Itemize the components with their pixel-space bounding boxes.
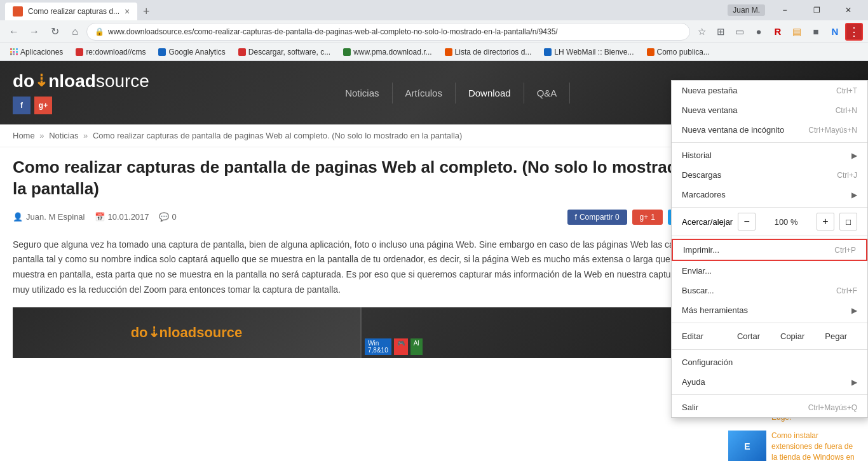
menu-find[interactable]: Buscar... Ctrl+F (672, 281, 867, 300)
gplus-share-icon: g+ (640, 213, 649, 222)
menu-print-shortcut: Ctrl+P (834, 246, 856, 255)
social-gplus-icon[interactable]: g+ (34, 97, 52, 114)
profile-icon[interactable]: ● (750, 23, 768, 41)
author-name: Juan. M Espinal (26, 212, 85, 222)
share-gplus-button[interactable]: g+ 1 (632, 210, 663, 225)
logo-nload: nload (48, 71, 96, 91)
bookmark-analytics[interactable]: Google Analytics (153, 46, 230, 58)
menu-incognito-shortcut: Ctrl+Mayús+N (808, 126, 857, 135)
article-image: do⇣nloadsource Win7,8&10 🎮 Al (13, 307, 715, 358)
menu-paste-button[interactable]: Pegar (815, 328, 857, 344)
menu-quit-label: Salir (682, 403, 808, 412)
forward-button[interactable]: → (25, 23, 43, 41)
menu-help-label: Ayuda (682, 377, 851, 387)
logo-source: source (96, 71, 149, 91)
menu-incognito[interactable]: Nueva ventana de incógnito Ctrl+Mayús+N (672, 120, 867, 140)
breadcrumb-home[interactable]: Home (13, 131, 35, 140)
zoom-plus-button[interactable]: + (817, 213, 834, 230)
menu-bookmarks[interactable]: Marcadores ▶ (672, 185, 867, 204)
logo-arrow: ⇣ (34, 71, 48, 91)
address-bar[interactable]: 🔒 www.downloadsource.es/como-realizar-ca… (86, 23, 690, 41)
bookmark-descargar[interactable]: Descargar, software, c... (233, 46, 336, 58)
bookmark-favicon-5 (445, 48, 452, 56)
share-gplus-count: 1 (651, 213, 655, 222)
bookmarks-bar: Aplicaciones re:download//cms Google Ana… (0, 43, 868, 61)
menu-cut-button[interactable]: Cortar (727, 328, 770, 344)
nav-articulos[interactable]: Artículos (393, 83, 456, 104)
site-logo[interactable]: do ⇣ nload source (13, 71, 149, 91)
toolbar-icons: ☆ ⊞ ▭ ● R ▤ ■ N ⋮ (693, 23, 863, 41)
breadcrumb-section[interactable]: Noticias (49, 131, 78, 140)
cast-icon[interactable]: ▭ (731, 23, 749, 41)
comment-icon: 💬 (159, 212, 169, 222)
menu-more-tools-label: Más herramientas (682, 305, 851, 315)
extension4-icon[interactable]: N (826, 23, 844, 41)
star-icon[interactable]: ☆ (693, 23, 710, 41)
related-link-5: Como instalar extensiones de fuera de la… (771, 431, 855, 461)
menu-settings[interactable]: Configuración (672, 352, 867, 372)
logo-do: do (13, 71, 34, 91)
menu-new-window[interactable]: Nueva ventana Ctrl+N (672, 100, 867, 120)
home-button[interactable]: ⌂ (66, 23, 84, 41)
menu-new-tab[interactable]: Nueva pestaña Ctrl+T (672, 81, 867, 100)
site-nav: Noticias Artículos Download Q&A (332, 83, 570, 104)
fullscreen-button[interactable]: □ (839, 213, 857, 230)
menu-history[interactable]: Historial ▶ (672, 145, 867, 165)
tab-area: Como realizar capturas d... × + (5, 0, 155, 20)
nav-download[interactable]: Download (456, 83, 524, 104)
menu-bookmarks-label: Marcadores (682, 190, 851, 199)
nav-noticias[interactable]: Noticias (332, 83, 392, 104)
browser-tab[interactable]: Como realizar capturas d... × (5, 3, 137, 20)
bookmark-icon[interactable]: ⊞ (712, 23, 729, 41)
context-menu: Nueva pestaña Ctrl+T Nueva ventana Ctrl+… (671, 80, 868, 418)
tab-close-button[interactable]: × (125, 6, 130, 17)
menu-more-tools[interactable]: Más herramientas ▶ (672, 300, 867, 320)
social-facebook-icon[interactable]: f (13, 97, 31, 114)
menu-print[interactable]: Imprimir... Ctrl+P (672, 239, 867, 261)
back-button[interactable]: ← (5, 23, 23, 41)
bookmark-favicon-2 (158, 48, 166, 56)
security-icon: 🔒 (95, 27, 104, 36)
chrome-menu-button[interactable]: ⋮ (845, 23, 863, 41)
new-tab-button[interactable]: + (137, 3, 155, 20)
menu-edit-row: Editar Cortar Copiar Pegar (672, 326, 867, 347)
article-body: Seguro que alguna vez ha tomado una capt… (13, 237, 715, 298)
reload-button[interactable]: ↻ (46, 23, 64, 41)
nav-qa[interactable]: Q&A (524, 83, 571, 104)
menu-print-label: Imprimir... (683, 245, 834, 255)
date-value: 10.01.2017 (108, 212, 149, 222)
minimize-button[interactable]: − (770, 1, 799, 19)
share-facebook-button[interactable]: f Compartir 0 (567, 210, 627, 225)
fb-icon: f (575, 213, 577, 222)
bookmark-publica[interactable]: Como publica... (642, 46, 715, 58)
bookmark-webmail[interactable]: LH WebMail :: Bienve... (539, 46, 639, 58)
menu-quit-shortcut: Ctrl+Mayús+Q (808, 403, 857, 412)
breadcrumb-sep-2: » (83, 131, 88, 140)
bookmark-favicon-7 (647, 48, 654, 56)
tab-title: Como realizar capturas d... (28, 7, 119, 16)
bookmark-pma[interactable]: www.pma.download.r... (338, 46, 437, 58)
bookmark-redownload[interactable]: re:download//cms (71, 46, 151, 58)
menu-sep-6 (672, 394, 867, 395)
menu-quit[interactable]: Salir Ctrl+Mayús+Q (672, 398, 867, 417)
menu-downloads[interactable]: Descargas Ctrl+J (672, 165, 867, 185)
close-button[interactable]: ✕ (834, 1, 863, 19)
maximize-button[interactable]: ❐ (802, 1, 831, 19)
extension3-icon[interactable]: ■ (807, 23, 825, 41)
menu-copy-button[interactable]: Copiar (770, 328, 815, 344)
menu-send[interactable]: Enviar... (672, 261, 867, 281)
bookmark-directorios-label: Lista de directorios d... (455, 48, 532, 57)
menu-incognito-label: Nueva ventana de incógnito (682, 125, 808, 135)
related-item-5[interactable]: E Como instalar extensiones de fuera de … (728, 431, 855, 461)
apps-grid-icon (10, 48, 18, 56)
tab-favicon (13, 6, 23, 17)
bookmark-publica-label: Como publica... (657, 48, 710, 57)
menu-help[interactable]: Ayuda ▶ (672, 372, 867, 392)
bookmark-apps[interactable]: Aplicaciones (5, 46, 68, 58)
extension1-icon[interactable]: R (769, 23, 787, 41)
extension2-icon[interactable]: ▤ (788, 23, 806, 41)
bookmark-directorios[interactable]: Lista de directorios d... (440, 46, 537, 58)
menu-bookmarks-arrow: ▶ (851, 190, 857, 199)
zoom-minus-button[interactable]: − (738, 213, 756, 230)
menu-edit-label: Editar (682, 331, 727, 341)
